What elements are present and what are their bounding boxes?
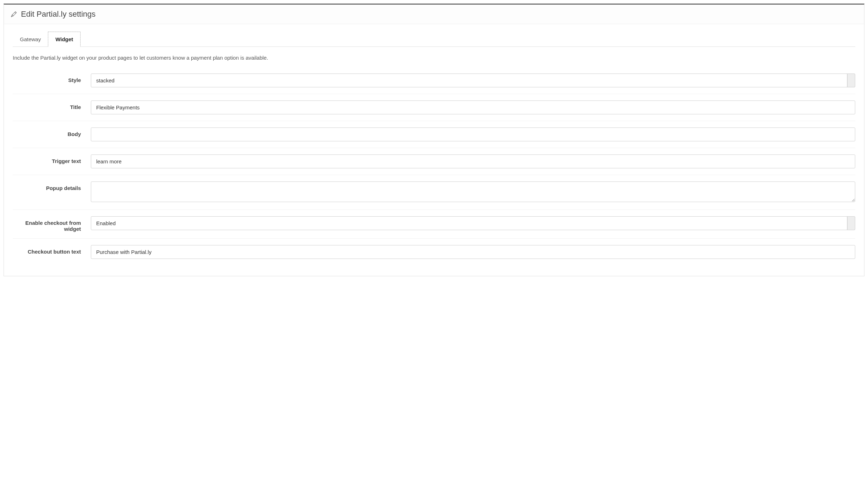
row-style: Style stacked <box>13 67 855 94</box>
select-enable-checkout[interactable]: Enabled <box>91 216 855 230</box>
select-style[interactable]: stacked <box>91 74 855 87</box>
label-body: Body <box>13 127 91 137</box>
label-enable-checkout: Enable checkout from widget <box>13 216 91 232</box>
pencil-icon <box>11 11 17 17</box>
textarea-popup-details[interactable] <box>91 181 855 202</box>
input-checkout-button-text[interactable] <box>91 245 855 259</box>
row-trigger-text: Trigger text <box>13 148 855 175</box>
widget-description: Include the Partial.ly widget on your pr… <box>13 55 855 61</box>
row-checkout-button-text: Checkout button text <box>13 239 855 265</box>
tabs: Gateway Widget <box>13 31 855 47</box>
panel-body: Gateway Widget Include the Partial.ly wi… <box>4 24 864 276</box>
row-title: Title <box>13 94 855 121</box>
panel-header: Edit Partial.ly settings <box>4 5 864 24</box>
tab-widget[interactable]: Widget <box>48 32 81 47</box>
row-body: Body <box>13 121 855 148</box>
label-trigger-text: Trigger text <box>13 154 91 164</box>
input-title[interactable] <box>91 101 855 114</box>
label-checkout-button-text: Checkout button text <box>13 245 91 255</box>
row-enable-checkout: Enable checkout from widget Enabled <box>13 210 855 239</box>
page-title: Edit Partial.ly settings <box>21 10 95 19</box>
input-body[interactable] <box>91 127 855 141</box>
tab-gateway[interactable]: Gateway <box>13 32 48 47</box>
input-trigger-text[interactable] <box>91 154 855 168</box>
row-popup-details: Popup details <box>13 175 855 210</box>
label-style: Style <box>13 74 91 83</box>
settings-panel: Edit Partial.ly settings Gateway Widget … <box>4 4 864 276</box>
label-title: Title <box>13 101 91 110</box>
label-popup-details: Popup details <box>13 181 91 191</box>
